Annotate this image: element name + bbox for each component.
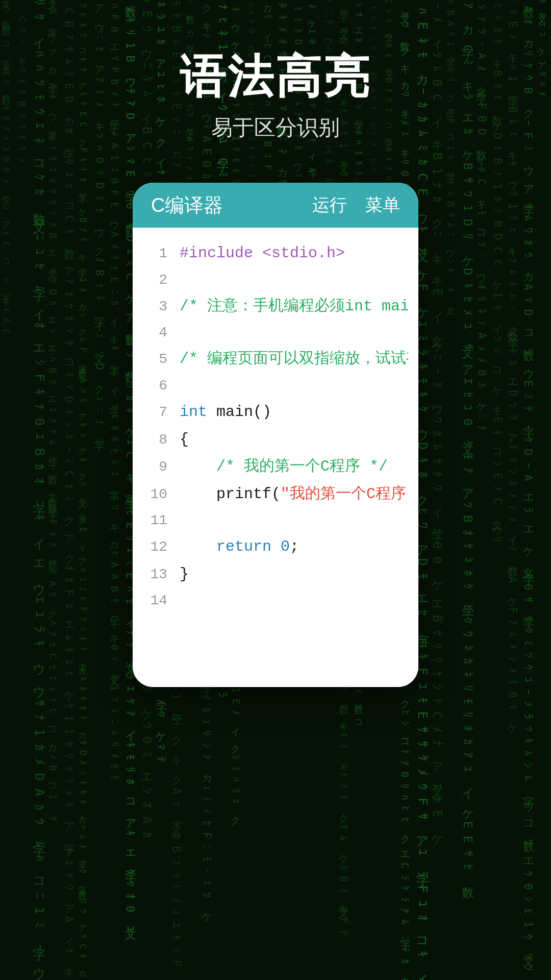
code-line: 12 return 0;	[133, 533, 418, 561]
line-number: 1	[143, 242, 167, 265]
code-line: 2	[133, 267, 418, 293]
code-content: /* 注意：手机编程必须int main () ,最后re	[180, 294, 408, 320]
code-content: int main()	[180, 400, 408, 425]
line-number: 2	[143, 268, 167, 292]
line-number: 6	[143, 374, 167, 398]
code-content: return 0;	[180, 534, 408, 560]
code-content: #include <stdio.h>	[180, 241, 408, 266]
page-content: 语法高亮 易于区分识别 C编译器 运行 菜单 1 #include <stdio…	[0, 0, 551, 980]
code-line: 6	[133, 373, 418, 399]
code-line: 11	[133, 508, 418, 533]
code-line: 3 /* 注意：手机编程必须int main () ,最后re	[133, 293, 418, 321]
menu-button[interactable]: 菜单	[365, 193, 400, 217]
code-content: {	[180, 427, 408, 453]
sub-title: 易于区分识别	[180, 113, 371, 142]
title-section: 语法高亮 易于区分识别	[180, 46, 371, 142]
code-line: 13 }	[133, 561, 418, 589]
code-content: /* 编程页面可以双指缩放，试试有惊喜 */	[180, 347, 408, 372]
phone-mockup: C编译器 运行 菜单 1 #include <stdio.h> 2 3 /* 注…	[133, 183, 418, 687]
code-line: 4	[133, 320, 418, 346]
code-line: 10 printf("我的第一个C程序 \n" );	[133, 481, 418, 508]
line-number: 11	[143, 509, 167, 532]
line-number: 10	[143, 483, 167, 506]
code-content: /* 我的第一个C程序 */	[180, 454, 408, 480]
line-number: 14	[143, 589, 167, 612]
header-actions: 运行 菜单	[312, 193, 400, 217]
line-number: 13	[143, 563, 167, 586]
code-line: 7 int main()	[133, 399, 418, 426]
code-line: 5 /* 编程页面可以双指缩放，试试有惊喜 */	[133, 346, 418, 373]
main-title: 语法高亮	[180, 46, 371, 108]
app-title: C编译器	[151, 192, 223, 218]
code-content: printf("我的第一个C程序 \n" );	[180, 482, 408, 507]
line-number: 12	[143, 535, 167, 559]
line-number: 3	[143, 295, 167, 318]
line-number: 5	[143, 348, 167, 371]
line-number: 7	[143, 401, 167, 424]
run-button[interactable]: 运行	[312, 193, 347, 217]
app-header: C编译器 运行 菜单	[133, 183, 418, 228]
code-line: 1 #include <stdio.h>	[133, 240, 418, 267]
line-number: 4	[143, 321, 167, 345]
code-line: 8 {	[133, 426, 418, 454]
line-number: 8	[143, 428, 167, 452]
code-line: 14	[133, 588, 418, 614]
line-number: 9	[143, 455, 167, 479]
code-content: }	[180, 562, 408, 587]
code-line: 9 /* 我的第一个C程序 */	[133, 453, 418, 481]
code-area[interactable]: 1 #include <stdio.h> 2 3 /* 注意：手机编程必须int…	[133, 228, 418, 687]
